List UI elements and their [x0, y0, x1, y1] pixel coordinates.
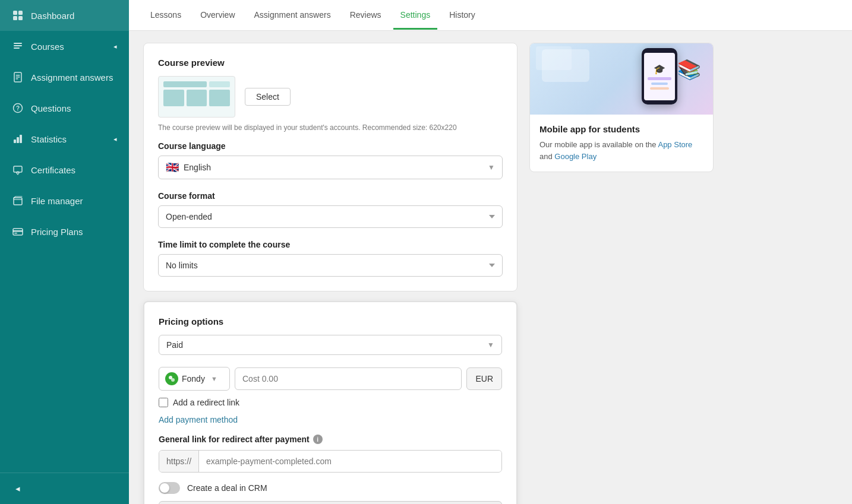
course-format-group: Course format Open-ended Fixed	[158, 191, 503, 228]
time-limit-group: Time limit to complete the course No lim…	[158, 240, 503, 277]
sidebar-item-certificates[interactable]: Certificates	[0, 154, 129, 185]
pricing-type-value: Paid	[166, 340, 487, 350]
sidebar: Dashboard Courses ◂ Assignment answers	[0, 0, 129, 504]
pricing-type-select[interactable]: Paid ▼	[159, 335, 502, 355]
pricing-options-card: Pricing options Paid ▼	[143, 301, 517, 504]
redirect-input-wrap: https://	[159, 450, 502, 473]
course-language-group: Course language 🇬🇧 English ▼	[158, 141, 503, 179]
tab-overview[interactable]: Overview	[193, 2, 242, 30]
sidebar-item-label: Questions	[31, 103, 71, 113]
language-value: English	[184, 163, 488, 172]
sidebar-item-assignment-answers[interactable]: Assignment answers	[0, 62, 129, 93]
cost-input[interactable]	[235, 367, 462, 390]
add-payment-method-link[interactable]: Add payment method	[159, 415, 238, 424]
language-select[interactable]: 🇬🇧 English ▼	[158, 156, 503, 179]
redirect-section: General link for redirect after payment …	[159, 435, 502, 504]
redirect-section-label: General link for redirect after payment …	[159, 435, 502, 444]
sidebar-item-dashboard[interactable]: Dashboard	[0, 0, 129, 31]
crm-toggle-label: Create a deal in CRM	[187, 483, 267, 493]
svg-rect-13	[14, 140, 16, 143]
sidebar-item-questions[interactable]: ? Questions	[0, 93, 129, 123]
svg-rect-3	[18, 16, 23, 20]
svg-text:?: ?	[16, 105, 20, 112]
course-format-label: Course format	[158, 191, 503, 201]
preview-area: Select	[158, 76, 503, 118]
placeholder-block-1	[163, 90, 184, 106]
crm-toggle[interactable]	[159, 482, 180, 494]
placeholder-block-2	[187, 90, 207, 106]
pricing-icon	[12, 226, 24, 237]
promo-content: Mobile app for students Our mobile app i…	[530, 115, 713, 172]
phone-screen: 🎓	[644, 53, 675, 100]
course-format-select[interactable]: Open-ended Fixed	[158, 205, 503, 228]
svg-rect-8	[16, 75, 20, 76]
svg-rect-22	[14, 233, 17, 234]
phone-mockup: 🎓	[642, 48, 677, 104]
payment-provider-select[interactable]: Fondy ▼	[159, 367, 230, 391]
preview-note: The course preview will be displayed in …	[158, 123, 503, 132]
crm-toggle-row: Create a deal in CRM	[159, 482, 502, 494]
tab-history[interactable]: History	[442, 2, 482, 30]
top-navigation: Lessons Overview Assignment answers Revi…	[129, 0, 852, 31]
books-decoration: 📚	[677, 58, 701, 81]
sidebar-item-label: Certificates	[31, 165, 75, 175]
file-manager-icon	[12, 195, 24, 207]
placeholder-block-3	[209, 90, 230, 106]
svg-rect-10	[16, 78, 18, 80]
toggle-knob	[160, 483, 169, 493]
tab-assignment-answers[interactable]: Assignment answers	[247, 2, 338, 30]
crm-pipeline-select[interactable]: New ▼	[159, 501, 502, 504]
tab-lessons[interactable]: Lessons	[143, 2, 188, 30]
redirect-link-label: Add a redirect link	[173, 398, 239, 407]
chevron-right-icon: ◂	[113, 43, 117, 50]
svg-rect-0	[13, 11, 17, 15]
chevron-down-icon: ▼	[488, 163, 495, 172]
flag-icon: 🇬🇧	[166, 161, 179, 174]
main-panel: Course preview Select The course preview…	[143, 43, 517, 492]
main-content: Lessons Overview Assignment answers Revi…	[129, 0, 852, 504]
mobile-app-promo-card: 🎓 📚 Mobile app for students Our mobile a…	[529, 43, 714, 172]
placeholder-bar-1	[163, 81, 207, 87]
time-limit-select[interactable]: No limits 1 day 7 days	[158, 254, 503, 277]
promo-text: Our mobile app is available on the App S…	[539, 139, 703, 162]
pricing-type-group: Paid ▼	[159, 335, 502, 355]
tab-reviews[interactable]: Reviews	[343, 2, 389, 30]
svg-point-24	[171, 378, 175, 382]
placeholder-bar-2	[209, 81, 230, 87]
svg-rect-21	[13, 230, 23, 232]
svg-rect-1	[18, 11, 23, 15]
sidebar-item-label: Pricing Plans	[31, 227, 83, 237]
course-language-label: Course language	[158, 141, 503, 151]
sidebar-collapse-btn[interactable]: ◂	[0, 461, 129, 504]
provider-chevron: ▼	[211, 375, 217, 382]
dashboard-icon	[12, 9, 24, 21]
svg-rect-14	[17, 137, 19, 143]
redirect-link-row: Add a redirect link	[159, 398, 502, 407]
currency-button[interactable]: EUR	[466, 367, 502, 390]
sidebar-item-label: File manager	[31, 196, 83, 206]
chevron-right-icon: ◂	[113, 135, 117, 143]
redirect-input[interactable]	[199, 451, 501, 472]
assignment-icon	[12, 71, 24, 83]
sidebar-item-statistics[interactable]: Statistics ◂	[0, 123, 129, 154]
course-preview-label: Course preview	[158, 58, 503, 68]
svg-rect-2	[13, 16, 17, 20]
questions-icon: ?	[12, 102, 24, 114]
tab-settings[interactable]: Settings	[393, 2, 438, 30]
right-panel: 🎓 📚 Mobile app for students Our mobile a…	[529, 43, 714, 492]
sidebar-item-pricing-plans[interactable]: Pricing Plans	[0, 216, 129, 247]
info-icon[interactable]: i	[313, 435, 323, 444]
chevron-down-icon: ▼	[487, 341, 494, 349]
svg-rect-5	[14, 45, 22, 46]
sidebar-item-courses[interactable]: Courses ◂	[0, 31, 129, 62]
collapse-icon: ◂	[12, 483, 24, 495]
sidebar-item-file-manager[interactable]: File manager	[0, 185, 129, 216]
svg-rect-18	[17, 174, 18, 175]
sidebar-item-label: Dashboard	[31, 11, 74, 21]
app-store-link[interactable]: App Store	[658, 140, 692, 149]
courses-icon	[12, 40, 24, 52]
redirect-checkbox[interactable]	[159, 398, 168, 407]
payment-row: Fondy ▼ EUR	[159, 367, 502, 391]
select-preview-button[interactable]: Select	[245, 88, 291, 106]
google-play-link[interactable]: Google Play	[554, 152, 597, 161]
